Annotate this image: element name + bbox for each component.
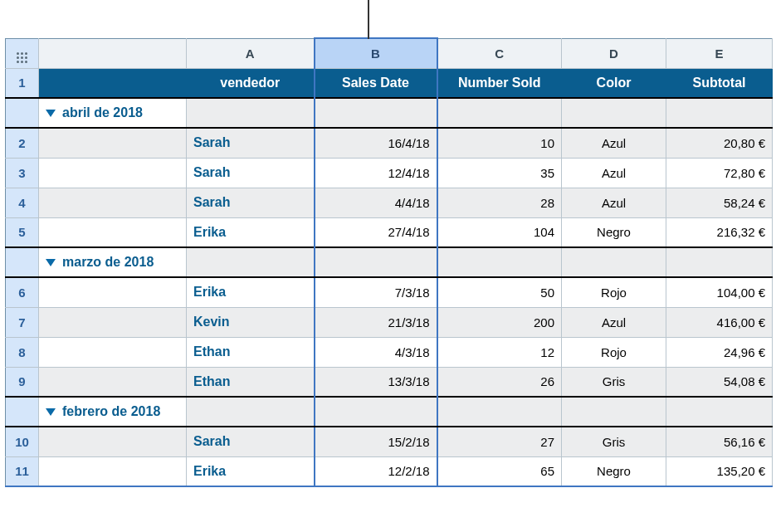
number-cell[interactable]: 200 <box>437 307 562 337</box>
select-all-corner[interactable] <box>6 38 39 68</box>
disclosure-triangle-icon[interactable] <box>46 110 56 117</box>
column-header-c[interactable]: C <box>437 38 562 68</box>
vendor-cell[interactable]: Sarah <box>187 128 315 158</box>
column-header-a[interactable]: A <box>187 38 315 68</box>
row-number[interactable] <box>6 247 39 277</box>
subtotal-cell[interactable]: 216,32 € <box>666 217 773 247</box>
subtotal-cell[interactable]: 56,16 € <box>666 427 773 456</box>
subtotal-cell[interactable]: 72,80 € <box>666 158 773 188</box>
group-blank-cell[interactable] <box>315 397 437 427</box>
number-cell[interactable]: 35 <box>437 158 562 188</box>
row-number[interactable]: 7 <box>6 307 39 337</box>
row-number[interactable] <box>6 98 39 128</box>
disclosure-triangle-icon[interactable] <box>46 408 56 416</box>
number-cell[interactable]: 28 <box>437 188 562 217</box>
group-blank-cell[interactable] <box>666 247 773 277</box>
group-blank-cell[interactable] <box>187 98 315 128</box>
row-number[interactable]: 3 <box>6 158 39 188</box>
group-blank-cell[interactable] <box>437 98 562 128</box>
column-header-d[interactable]: D <box>562 38 666 68</box>
number-cell[interactable]: 26 <box>437 367 562 397</box>
vendor-cell[interactable]: Sarah <box>187 427 315 456</box>
category-cell[interactable] <box>39 188 187 217</box>
group-label-cell[interactable]: marzo de 2018 <box>39 247 187 277</box>
column-header-e[interactable]: E <box>666 38 773 68</box>
number-cell[interactable]: 50 <box>437 277 562 307</box>
category-cell[interactable] <box>39 456 187 486</box>
category-cell[interactable] <box>39 337 187 367</box>
color-cell[interactable]: Gris <box>562 427 666 456</box>
category-column-header[interactable] <box>39 38 187 68</box>
header-color[interactable]: Color <box>562 68 666 98</box>
category-cell[interactable] <box>39 367 187 397</box>
subtotal-cell[interactable]: 20,80 € <box>666 128 773 158</box>
category-cell[interactable] <box>39 277 187 307</box>
color-cell[interactable]: Negro <box>562 456 666 486</box>
header-subtotal[interactable]: Subtotal <box>666 68 773 98</box>
row-number[interactable] <box>6 397 39 427</box>
number-cell[interactable]: 104 <box>437 217 562 247</box>
vendor-cell[interactable]: Erika <box>187 456 315 486</box>
spreadsheet-table[interactable]: A B C D E 1 vendedor Sales Date Number S… <box>5 37 773 487</box>
date-cell[interactable]: 27/4/18 <box>315 217 437 247</box>
vendor-cell[interactable]: Kevin <box>187 307 315 337</box>
group-blank-cell[interactable] <box>666 98 773 128</box>
group-blank-cell[interactable] <box>315 247 437 277</box>
row-number[interactable]: 1 <box>6 68 39 98</box>
header-vendor[interactable]: vendedor <box>187 68 315 98</box>
group-blank-cell[interactable] <box>187 397 315 427</box>
row-number[interactable]: 4 <box>6 188 39 217</box>
date-cell[interactable]: 13/3/18 <box>315 367 437 397</box>
date-cell[interactable]: 7/3/18 <box>315 277 437 307</box>
date-cell[interactable]: 15/2/18 <box>315 427 437 456</box>
date-cell[interactable]: 4/3/18 <box>315 337 437 367</box>
category-cell[interactable] <box>39 307 187 337</box>
row-number[interactable]: 9 <box>6 367 39 397</box>
row-number[interactable]: 11 <box>6 456 39 486</box>
vendor-cell[interactable]: Ethan <box>187 367 315 397</box>
vendor-cell[interactable]: Sarah <box>187 158 315 188</box>
row-number[interactable]: 2 <box>6 128 39 158</box>
color-cell[interactable]: Azul <box>562 128 666 158</box>
subtotal-cell[interactable]: 135,20 € <box>666 456 773 486</box>
date-cell[interactable]: 16/4/18 <box>315 128 437 158</box>
group-blank-cell[interactable] <box>562 397 666 427</box>
group-blank-cell[interactable] <box>437 397 562 427</box>
subtotal-cell[interactable]: 416,00 € <box>666 307 773 337</box>
vendor-cell[interactable]: Erika <box>187 217 315 247</box>
group-blank-cell[interactable] <box>187 247 315 277</box>
group-blank-cell[interactable] <box>562 247 666 277</box>
color-cell[interactable]: Gris <box>562 367 666 397</box>
subtotal-cell[interactable]: 54,08 € <box>666 367 773 397</box>
date-cell[interactable]: 21/3/18 <box>315 307 437 337</box>
group-blank-cell[interactable] <box>437 247 562 277</box>
row-number[interactable]: 8 <box>6 337 39 367</box>
group-blank-cell[interactable] <box>562 98 666 128</box>
date-cell[interactable]: 12/4/18 <box>315 158 437 188</box>
group-blank-cell[interactable] <box>666 397 773 427</box>
color-cell[interactable]: Azul <box>562 158 666 188</box>
group-blank-cell[interactable] <box>315 98 437 128</box>
date-cell[interactable]: 4/4/18 <box>315 188 437 217</box>
vendor-cell[interactable]: Ethan <box>187 337 315 367</box>
row-number[interactable]: 10 <box>6 427 39 456</box>
subtotal-cell[interactable]: 24,96 € <box>666 337 773 367</box>
row-number[interactable]: 6 <box>6 277 39 307</box>
row-number[interactable]: 5 <box>6 217 39 247</box>
disclosure-triangle-icon[interactable] <box>46 259 56 266</box>
category-cell[interactable] <box>39 128 187 158</box>
subtotal-cell[interactable]: 104,00 € <box>666 277 773 307</box>
number-cell[interactable]: 65 <box>437 456 562 486</box>
header-number[interactable]: Number Sold <box>437 68 562 98</box>
vendor-cell[interactable]: Erika <box>187 277 315 307</box>
color-cell[interactable]: Negro <box>562 217 666 247</box>
number-cell[interactable]: 12 <box>437 337 562 367</box>
group-label-cell[interactable]: febrero de 2018 <box>39 397 187 427</box>
vendor-cell[interactable]: Sarah <box>187 188 315 217</box>
number-cell[interactable]: 27 <box>437 427 562 456</box>
category-cell[interactable] <box>39 217 187 247</box>
subtotal-cell[interactable]: 58,24 € <box>666 188 773 217</box>
date-cell[interactable]: 12/2/18 <box>315 456 437 486</box>
color-cell[interactable]: Rojo <box>562 337 666 367</box>
category-cell[interactable] <box>39 427 187 456</box>
